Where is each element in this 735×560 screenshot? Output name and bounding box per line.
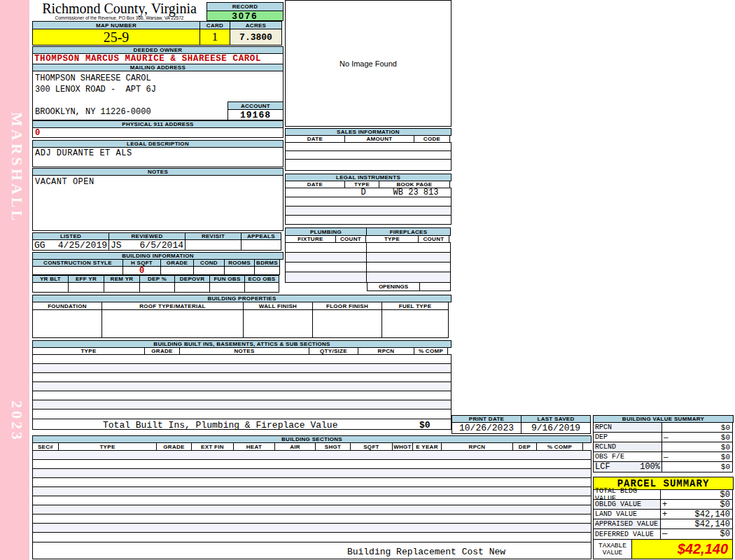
map-value-row: 25-9 1 7.3800 <box>32 29 282 46</box>
building-sections-row <box>32 532 592 542</box>
building-sections-row <box>32 477 592 487</box>
print-info-values: 10/26/2023 9/16/2019 <box>451 422 591 434</box>
built-ins-row <box>32 382 451 391</box>
revisit-value <box>185 239 241 251</box>
county-title: Richmond County, Virginia <box>32 1 206 15</box>
bvs-row: OBS F/E —$0 <box>593 451 733 462</box>
parcel-row: LAND VALUE +$42,140 <box>593 509 733 519</box>
binder-sidebar: MARSHALL 2023 <box>0 0 29 560</box>
card-value: 1 <box>200 29 230 46</box>
bvs-row: DEP —$0 <box>593 432 733 442</box>
property-photo-placeholder: No Image Found <box>285 0 451 127</box>
legal-description-value: ADJ DURANTE ET ALS <box>32 147 284 167</box>
deeded-owner-value: THOMPSON MARCUS MAURICE & SHAREESE CAROL <box>32 53 284 64</box>
built-ins-row <box>32 372 451 382</box>
built-ins-total-row: Total Built Ins, Plumbing & Fireplace Va… <box>32 419 451 430</box>
appeals-value <box>241 239 281 251</box>
built-ins-total-label: Total Built Ins, Plumbing & Fireplace Va… <box>103 420 337 430</box>
print-date-value: 10/26/2023 <box>451 422 522 434</box>
listed-value: GG4/25/2019 <box>32 239 109 251</box>
building-sections-row <box>32 486 592 496</box>
legal-instrument-row: D WB 23 813 <box>285 188 451 197</box>
building-sections-footer: Building Replacement Cost New <box>32 542 592 559</box>
building-sections-row <box>32 505 592 514</box>
vendor-label: MARSHALL <box>5 112 26 245</box>
legal-instrument-row <box>285 215 451 225</box>
parcel-row: APPRAISED VALUE $42,140 <box>593 519 733 529</box>
account-box: ACCOUNT 19168 <box>227 102 284 120</box>
built-ins-row <box>32 391 451 400</box>
building-info-values-1: 0 <box>32 266 280 275</box>
building-sections-row <box>32 468 592 478</box>
property-record-card: { "colors":{"header_blue":"#B4D7E4","yel… <box>0 0 735 560</box>
mailing-line-2: 300 LENOX ROAD - APT 6J <box>33 83 283 94</box>
taxable-value-label: TAXABLE VALUE <box>593 539 632 559</box>
openings-label: OPENINGS <box>367 282 420 291</box>
building-sections-row <box>32 514 592 524</box>
office-subtitle: Commissioner of the Revenue, PO Box 366,… <box>32 15 206 20</box>
legal-instrument-row <box>285 206 451 216</box>
bvs-row: RPCN $0 <box>593 422 733 433</box>
reviewed-value: JS6/5/2014 <box>108 239 186 251</box>
parcel-row: TOTAL BLDG VALUE $0 <box>593 489 733 500</box>
building-sections-row <box>32 523 592 533</box>
year-label: 2023 <box>5 400 26 456</box>
built-ins-row <box>32 354 451 364</box>
built-ins-total-value: $0 <box>419 420 430 430</box>
notes-value: VACANT OPEN <box>32 175 284 231</box>
sales-row <box>285 159 451 171</box>
acres-value: 7.3800 <box>230 29 282 46</box>
h-sqft-value: 0 <box>122 266 161 275</box>
taxable-value-row: TAXABLE VALUE $42,140 <box>593 539 733 559</box>
plumbing-row <box>285 272 451 283</box>
building-properties-values <box>32 309 449 338</box>
building-sections-row <box>32 450 592 460</box>
bvs-row: RCLND $0 <box>593 442 733 452</box>
plumbing-row <box>285 242 451 253</box>
openings-row: OPENINGS <box>367 282 451 291</box>
plumbing-row <box>285 252 451 262</box>
parcel-row: OBLDG VALUE +$0 <box>593 499 733 510</box>
built-ins-row <box>32 409 451 419</box>
account-value: 19168 <box>227 109 284 120</box>
building-sections-row <box>32 496 592 505</box>
building-info-values-2 <box>32 282 279 293</box>
legal-instrument-row <box>285 197 451 206</box>
building-sections-row <box>32 459 592 469</box>
plumbing-row <box>285 262 451 272</box>
built-ins-row <box>32 363 451 373</box>
last-saved-value: 9/16/2019 <box>521 422 591 434</box>
taxable-value-amount: $42,140 <box>631 539 733 559</box>
mailing-line-1: THOMPSON SHAREESE CAROL <box>33 71 283 83</box>
physical-911-value: 0 <box>32 127 284 138</box>
county-header: Richmond County, Virginia Commissioner o… <box>32 1 206 21</box>
record-box: RECORD 3076 <box>206 2 284 21</box>
review-value-row: GG4/25/2019 JS6/5/2014 <box>32 239 281 251</box>
parcel-row: DEFERRED VALUE —$0 <box>593 528 733 540</box>
built-ins-row <box>32 400 451 410</box>
map-number-value: 25-9 <box>32 29 200 46</box>
bvs-row: LCF100% $0 <box>593 461 733 472</box>
record-value: 3076 <box>206 10 284 21</box>
